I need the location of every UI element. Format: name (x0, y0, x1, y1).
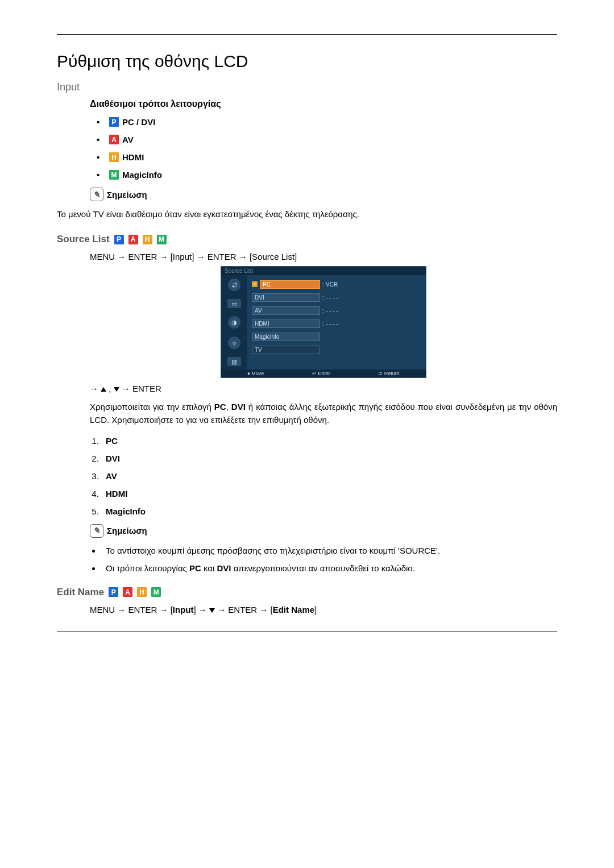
osd-side-icon: ⇄ (228, 279, 240, 291)
p-badge-icon: P (109, 117, 119, 127)
osd-side-icon: ▥ (227, 357, 241, 366)
note-row: ✎ Σημείωση (90, 524, 557, 538)
desc-bold: DVI (231, 402, 246, 412)
up-arrow-icon (101, 387, 106, 392)
osd-footer-return-label: Return (384, 371, 400, 376)
osd-side-icon: ▭ (227, 299, 241, 308)
input-section-label: Input (57, 81, 557, 93)
mode-label: MagicInfo (122, 170, 162, 180)
a-badge-icon: A (128, 235, 138, 244)
note-text: Το μενού TV είναι διαθέσιμο όταν είναι ε… (57, 208, 557, 220)
h-badge-icon: H (109, 152, 119, 162)
check-icon: ✓ (252, 281, 258, 287)
bullet-part: Οι τρόποι λειτουργίας (106, 563, 189, 573)
modes-heading: Διαθέσιμοι τρόποι λειτουργίας (90, 99, 557, 109)
a-badge-icon: A (109, 135, 119, 144)
list-item-label: HDMI (106, 489, 127, 499)
nav-line: → , → ENTER (90, 384, 557, 393)
osd-side-icon: ◑ (228, 316, 240, 329)
badge-strip: P A H M (114, 235, 170, 244)
note-row: ✎ Σημείωση (90, 188, 557, 201)
bullet-icon: • (97, 117, 103, 127)
osd-row: HDMI : - - - - (252, 318, 421, 329)
osd-row: AV : - - - - (252, 305, 421, 316)
osd-row: ✓ PC : VCR (252, 279, 421, 290)
top-rule (57, 34, 557, 35)
mode-pc-dvi: • P PC / DVI (97, 117, 557, 127)
bottom-rule (57, 632, 557, 632)
down-arrow-icon (114, 387, 119, 392)
p-badge-icon: P (114, 235, 124, 244)
osd-sidebar: ⇄ ▭ ◑ ☼ ▥ (221, 275, 247, 369)
desc-part: Χρησιμοποιείται για την επιλογή (90, 402, 214, 412)
list-item: MagicInfo (101, 506, 557, 516)
osd-row: DVI : - - - - (252, 292, 421, 303)
edit-name-body: MENU → ENTER → [Input] → → ENTER → [Edit… (90, 605, 557, 614)
osd-row-label: PC (260, 280, 320, 289)
h-badge-icon: H (137, 587, 147, 597)
osd-footer-return: ↺ Return (378, 371, 400, 376)
m-badge-icon: M (157, 235, 167, 244)
osd-row-value: - - - - (326, 308, 366, 314)
mode-label: AV (122, 135, 134, 144)
note-label: Σημείωση (107, 526, 147, 535)
osd-row-value: VCR (326, 281, 366, 288)
list-item-label: DVI (106, 454, 120, 463)
m-badge-icon: M (151, 587, 161, 597)
list-item: DVI (101, 454, 557, 463)
list-item-label: AV (106, 471, 117, 481)
osd-footer-enter: ↵ Enter (312, 371, 330, 376)
bullet-part: απενεργοποιούνται αν αποσυνδεθεί το καλώ… (231, 563, 414, 573)
mode-hdmi: • H HDMI (97, 152, 557, 162)
m-badge-icon: M (109, 170, 119, 180)
osd-colon: : (320, 281, 326, 288)
bullet-item: Οι τρόποι λειτουργίας PC και DVI απενεργ… (101, 563, 557, 573)
osd-header: Source List (221, 267, 426, 275)
osd-screenshot: Source List ⇄ ▭ ◑ ☼ ▥ ✓ PC : (90, 266, 557, 378)
osd-footer: ♦ Move ↵ Enter ↺ Return (221, 369, 426, 377)
list-item-label: MagicInfo (106, 506, 146, 516)
osd-row-value: - - - - (326, 321, 366, 327)
edit-name-heading-row: Edit Name P A H M (57, 587, 557, 598)
edit-name-heading: Edit Name (57, 587, 104, 598)
desc-bold: PC (214, 402, 226, 412)
a-badge-icon: A (123, 587, 132, 597)
mode-magicinfo: • M MagicInfo (97, 170, 557, 180)
source-list-heading-row: Source List P A H M (57, 234, 557, 245)
osd-colon: : (320, 320, 326, 327)
list-item: PC (101, 436, 557, 446)
note-icon: ✎ (90, 188, 103, 201)
osd-footer-move: ♦ Move (247, 371, 264, 376)
osd-row: MagicInfo (252, 331, 421, 342)
mode-av: • A AV (97, 135, 557, 144)
note-bullets: Το αντίστοιχο κουμπί άμεσης πρόσβασης στ… (90, 546, 557, 573)
osd-side-icon: ☼ (228, 337, 240, 349)
bullet-bold: DVI (217, 563, 231, 573)
osd-body: ⇄ ▭ ◑ ☼ ▥ ✓ PC : VCR (221, 275, 426, 369)
source-list-body: MENU → ENTER → [Input] → ENTER → [Source… (90, 252, 557, 573)
osd-row-label: AV (252, 306, 320, 315)
osd-colon: : (320, 294, 326, 301)
list-item-label: PC (106, 436, 118, 446)
bullet-item: Το αντίστοιχο κουμπί άμεσης πρόσβασης στ… (101, 546, 557, 555)
bullet-icon: • (97, 135, 103, 144)
menu-path: MENU → ENTER → [Input] → → ENTER → [Edit… (90, 605, 557, 614)
osd-row-value: - - - - (326, 294, 366, 301)
osd-row-label: MagicInfo (252, 333, 320, 341)
osd-row-label: DVI (252, 293, 320, 302)
page-title: Ρύθμιση της οθόνης LCD (57, 52, 557, 71)
desc-part: , (226, 402, 231, 412)
bullet-bold: PC (189, 563, 201, 573)
osd-row: TV (252, 344, 421, 355)
list-item: AV (101, 471, 557, 481)
osd-main: ✓ PC : VCR DVI : - - - - AV : (247, 275, 426, 369)
document-page: Ρύθμιση της οθόνης LCD Input Διαθέσιμοι … (0, 0, 614, 666)
osd-footer-move-label: Move (251, 371, 264, 376)
h-badge-icon: H (143, 235, 152, 244)
osd-colon: : (320, 307, 326, 314)
down-arrow-icon (209, 608, 215, 613)
mode-label: PC / DVI (122, 117, 155, 127)
bullet-part: και (201, 563, 217, 573)
menu-path: MENU → ENTER → [Input] → ENTER → [Source… (90, 252, 557, 261)
badge-strip: P A H M (109, 587, 164, 597)
